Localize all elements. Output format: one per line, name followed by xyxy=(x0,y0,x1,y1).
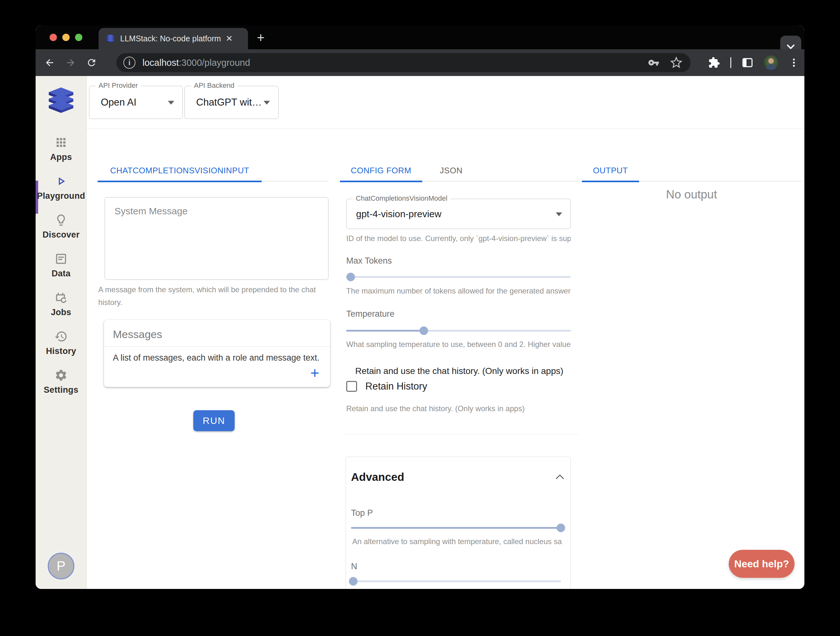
back-button[interactable] xyxy=(43,55,57,70)
output-tabs: OUTPUT xyxy=(582,159,801,182)
llmstack-logo xyxy=(45,87,77,115)
add-message-button[interactable]: + xyxy=(310,365,319,381)
browser-tab-strip: LLMStack: No-code platform ✕ + xyxy=(36,25,804,49)
browser-tab[interactable]: LLMStack: No-code platform ✕ xyxy=(99,28,248,49)
browser-menu-icon[interactable] xyxy=(788,57,799,68)
sidebar-item-history[interactable]: History xyxy=(36,323,87,362)
side-panel-icon[interactable] xyxy=(741,57,753,69)
play-icon xyxy=(54,175,68,188)
profile-avatar[interactable] xyxy=(764,55,778,70)
address-bar[interactable]: i localhost:3000/playground xyxy=(116,53,690,72)
screen-background: LLMStack: No-code platform ✕ + i xyxy=(0,0,840,636)
top-p-label: Top P xyxy=(351,508,373,518)
retain-history-row: Retain History xyxy=(346,381,427,392)
api-provider-label: API Provider xyxy=(96,81,141,90)
bookmark-star-icon[interactable] xyxy=(670,57,682,69)
sidebar-item-apps[interactable]: Apps xyxy=(36,130,87,168)
run-button[interactable]: RUN xyxy=(193,410,235,431)
user-avatar[interactable]: P xyxy=(48,553,74,579)
retain-history-help: Retain and use the chat history. (Only w… xyxy=(346,404,571,413)
sidebar-item-label: Data xyxy=(52,269,71,278)
slider-thumb[interactable] xyxy=(557,524,565,532)
tab-chatcompletionsvisioninput[interactable]: CHATCOMPLETIONSVISIONINPUT xyxy=(98,159,262,182)
zoom-window-button[interactable] xyxy=(75,34,82,41)
need-help-button[interactable]: Need help? xyxy=(729,550,794,578)
sidebar-item-settings[interactable]: Settings xyxy=(36,362,87,401)
advanced-title: Advanced xyxy=(351,471,404,483)
gear-icon xyxy=(54,369,68,382)
retain-history-label: Retain History xyxy=(365,381,427,392)
sidebar-item-label: Jobs xyxy=(51,307,71,317)
system-message-input[interactable] xyxy=(104,197,328,280)
reload-button[interactable] xyxy=(85,55,99,70)
tab-output[interactable]: OUTPUT xyxy=(582,159,639,182)
sidebar-item-label: Settings xyxy=(44,385,79,395)
back-arrow-icon xyxy=(44,57,55,68)
active-tab-indicator xyxy=(340,180,422,182)
lightbulb-icon xyxy=(54,214,68,227)
toolbar-divider xyxy=(730,57,731,68)
extensions-puzzle-icon[interactable] xyxy=(708,57,720,69)
sidebar-item-label: Apps xyxy=(50,152,72,162)
api-provider-value: Open AI xyxy=(101,97,136,108)
sidebar-item-playground[interactable]: Playground xyxy=(36,168,87,207)
api-provider-select[interactable]: API Provider Open AI xyxy=(89,86,183,119)
slider-thumb[interactable] xyxy=(419,327,428,335)
sidebar-item-data[interactable]: Data xyxy=(36,246,87,285)
api-backend-select[interactable]: API Backend ChatGPT wit… xyxy=(185,86,278,119)
collapse-advanced-button[interactable] xyxy=(555,473,565,481)
sidebar-item-label: Playground xyxy=(37,191,85,201)
system-message-help: A message from the system, which will be… xyxy=(98,283,317,309)
retain-history-checkbox[interactable] xyxy=(346,381,357,392)
temperature-slider[interactable] xyxy=(346,326,571,335)
top-p-slider[interactable] xyxy=(351,524,561,532)
minimize-window-button[interactable] xyxy=(62,34,69,41)
history-clock-icon xyxy=(54,330,68,343)
slider-rail xyxy=(351,581,561,582)
n-slider[interactable] xyxy=(351,577,561,586)
password-key-icon[interactable] xyxy=(648,57,659,68)
window-controls xyxy=(50,34,82,41)
model-select[interactable]: ChatCompletionsVisionModel gpt-4-vision-… xyxy=(346,199,571,229)
url-text: localhost:3000/playground xyxy=(142,57,250,68)
apps-grid-icon xyxy=(54,136,68,149)
site-info-icon[interactable]: i xyxy=(123,57,136,69)
active-tab-indicator xyxy=(98,180,262,182)
model-select-label: ChatCompletionsVisionModel xyxy=(353,194,450,203)
browser-toolbar: i localhost:3000/playground xyxy=(36,49,804,76)
llmstack-favicon xyxy=(106,34,115,43)
forward-button[interactable] xyxy=(63,55,77,70)
slider-fill xyxy=(346,330,424,332)
messages-title: Messages xyxy=(104,320,330,346)
slider-thumb[interactable] xyxy=(347,273,355,282)
retain-history-title: Retain and use the chat history. (Only w… xyxy=(340,366,579,376)
model-help: ID of the model to use. Currently, only … xyxy=(346,234,571,243)
header-divider xyxy=(87,128,804,129)
advanced-section: Advanced Top P An alternative to samplin… xyxy=(346,457,571,589)
tab-title: LLMStack: No-code platform xyxy=(120,34,222,43)
sidebar-item-discover[interactable]: Discover xyxy=(36,207,87,246)
chevron-up-icon xyxy=(555,473,565,480)
temperature-help: What sampling temperature to use, betwee… xyxy=(346,340,571,349)
tab-close-icon[interactable]: ✕ xyxy=(226,34,233,44)
active-tab-indicator xyxy=(582,180,639,182)
slider-fill xyxy=(351,527,561,529)
tab-json[interactable]: JSON xyxy=(431,159,472,182)
reload-icon xyxy=(86,57,97,68)
sidebar-item-label: Discover xyxy=(43,230,79,240)
sidebar-item-jobs[interactable]: Jobs xyxy=(36,285,87,323)
tab-config-form[interactable]: CONFIG FORM xyxy=(340,159,422,182)
playground-main: API Provider Open AI API Backend ChatGPT… xyxy=(87,76,804,589)
model-select-value: gpt-4-vision-preview xyxy=(356,209,441,220)
slider-thumb[interactable] xyxy=(349,577,357,586)
new-tab-button[interactable]: + xyxy=(253,30,269,46)
max-tokens-slider[interactable] xyxy=(346,272,571,282)
slider-rail xyxy=(346,276,571,278)
browser-window: LLMStack: No-code platform ✕ + i xyxy=(36,25,804,589)
close-window-button[interactable] xyxy=(50,34,57,41)
max-tokens-label: Max Tokens xyxy=(346,256,392,266)
scheduled-jobs-icon xyxy=(54,291,68,304)
input-tabs: CHATCOMPLETIONSVISIONINPUT xyxy=(98,159,329,182)
no-output-placeholder: No output xyxy=(582,188,801,201)
sidebar-item-label: History xyxy=(46,346,76,356)
